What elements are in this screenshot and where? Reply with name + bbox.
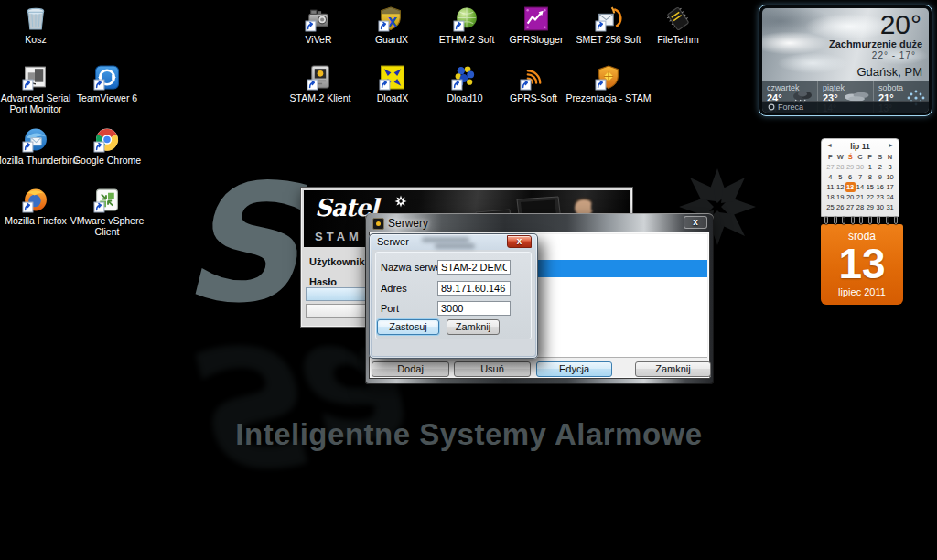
calendar-spiral-binding <box>822 216 900 225</box>
desktop-icon-label: VMware vSphere Client <box>63 215 151 237</box>
calendar-day-cell: 7 <box>856 172 866 182</box>
kosz-icon <box>22 5 49 32</box>
calendar-gadget-top[interactable]: ◄ lip 11 ► PWŚCPSN2728293012345678910111… <box>821 138 899 217</box>
calendar-day-cell: 2 <box>875 162 885 172</box>
weather-panel: 20° Zachmurzenie duże 22° - 17° Gdańsk, … <box>762 8 929 113</box>
servers-close-button[interactable]: x <box>684 216 707 229</box>
gprssoft-icon <box>520 64 547 91</box>
calendar-day-cell: 27 <box>825 162 835 172</box>
calendar-grid: PWŚCPSN272829301234567891011121314151617… <box>822 151 899 213</box>
calendar-day-cell: 6 <box>845 172 856 182</box>
vmware-icon <box>93 187 121 213</box>
weather-credit: Foreca <box>762 101 929 113</box>
calendar-day-cell: 24 <box>885 192 895 202</box>
calendar-day-letter: P <box>825 152 835 162</box>
address-label: Adres <box>381 283 407 294</box>
calendar-day-cell: 19 <box>835 192 845 202</box>
glass-smudge <box>422 237 469 242</box>
calendar-day-cell: 29 <box>865 202 875 212</box>
calendar-day-cell: 16 <box>875 182 885 192</box>
satel-watermark-reflection: Sa <box>181 322 393 485</box>
server-dialog[interactable]: Serwer x Nazwa serwera Adres Port Zastos… <box>369 233 538 359</box>
svg-text:X: X <box>388 16 398 29</box>
calendar-month-label: lip 11 <box>850 142 869 151</box>
port-input[interactable] <box>437 301 511 316</box>
dloadx-icon <box>379 64 406 91</box>
foreca-logo-icon <box>768 103 775 111</box>
calendar-day-cell: 30 <box>875 202 885 212</box>
desktop-icon-label: Kosz <box>0 34 80 45</box>
calendar-day-cell: 3 <box>885 162 895 172</box>
gprslogger-icon <box>522 5 550 32</box>
calendar-day-cell: 11 <box>825 182 835 192</box>
calendar-day-letter: N <box>885 152 895 162</box>
calendar-day-cell: 18 <box>825 192 835 202</box>
calendar-day-cell: 31 <box>885 202 895 212</box>
desktop-icon-vmware[interactable]: VMware vSphere Client <box>63 187 151 237</box>
stam-product-name: STAM <box>315 230 362 243</box>
server-name-input[interactable] <box>437 260 511 275</box>
viver-icon <box>305 5 332 32</box>
add-server-button[interactable]: Dodaj <box>372 361 449 377</box>
calendar-day-cell: 10 <box>885 172 895 182</box>
ethm2-icon <box>453 5 480 32</box>
calendar-month-year: lipiec 2011 <box>821 286 903 297</box>
desktop-icon-label: FileTethm <box>634 34 722 45</box>
temp-range: 22° - 17° <box>872 50 916 60</box>
calendar-day-letter: Ś <box>845 152 856 162</box>
calendar-day-letter: W <box>835 152 845 162</box>
calendar-day-cell: 27 <box>845 202 856 212</box>
remove-server-button[interactable]: Usuń <box>454 361 531 377</box>
desktop-icon-chrome[interactable]: Google Chrome <box>63 126 151 166</box>
weather-location: Gdańsk, PM <box>856 65 922 79</box>
smet-icon <box>595 5 622 32</box>
calendar-prev-icon[interactable]: ◄ <box>826 142 833 148</box>
tagline: Inteligentne Systemy Alarmowe <box>206 417 732 452</box>
servers-window-title: Serwery <box>388 217 428 230</box>
thunderbird-icon <box>22 126 49 153</box>
calendar-day-cell: 13 <box>845 182 856 192</box>
server-dialog-title: Serwer <box>377 236 409 247</box>
port-label: Port <box>381 303 399 314</box>
close-dialog-button[interactable]: Zamknij <box>447 319 500 335</box>
calendar-next-icon[interactable]: ► <box>888 142 894 148</box>
servers-window-titlebar[interactable]: Serwery <box>372 216 428 231</box>
calendar-day-letter: S <box>875 152 885 162</box>
stam-app-icon <box>372 218 384 230</box>
desktop-icon-filetethm[interactable]: FileTethm <box>634 5 722 45</box>
calendar-nav: ◄ lip 11 ► <box>822 139 899 151</box>
firefox-icon <box>22 187 49 213</box>
chrome-icon <box>93 126 121 153</box>
weather-condition: Zachmurzenie duże <box>829 38 922 49</box>
apply-button[interactable]: Zastosuj <box>377 319 439 335</box>
desktop-icon-label: TeamViewer 6 <box>63 92 151 103</box>
desktop-icon-teamviewer[interactable]: TeamViewer 6 <box>63 64 151 103</box>
desktop-icon-kosz[interactable]: Kosz <box>0 5 80 45</box>
address-input[interactable] <box>437 281 511 296</box>
calendar-day-cell: 17 <box>885 182 895 192</box>
calendar-day-cell: 15 <box>865 182 875 192</box>
user-label: Użytkownik <box>309 256 365 267</box>
calendar-day-cell: 12 <box>835 182 845 192</box>
desktop: Sa Sa Inteligentne Systemy Alarmowe Kosz… <box>0 0 937 560</box>
calendar-day-number: 13 <box>821 242 903 285</box>
dialog-close-button[interactable]: x <box>507 235 532 248</box>
password-label: Hasło <box>309 276 337 287</box>
calendar-gadget-page[interactable]: środa 13 lipiec 2011 <box>821 224 903 305</box>
edit-server-button[interactable]: Edycja <box>536 361 612 377</box>
calendar-day-cell: 23 <box>875 192 885 202</box>
calendar-day-cell: 28 <box>856 202 866 212</box>
calendar-day-cell: 4 <box>825 172 835 182</box>
weather-gadget[interactable]: 20° Zachmurzenie duże 22° - 17° Gdańsk, … <box>759 5 932 116</box>
close-servers-button[interactable]: Zamknij <box>635 361 711 377</box>
calendar-day-cell: 26 <box>835 202 845 212</box>
desktop-icon-prezentacja[interactable]: Prezentacja - STAM <box>565 64 652 103</box>
glass-smudge <box>435 243 475 249</box>
desktop-icon-label: Prezentacja - STAM <box>565 92 652 103</box>
filetethm-icon <box>664 5 692 32</box>
calendar-day-cell: 22 <box>865 192 875 202</box>
calendar-day-cell: 28 <box>835 162 845 172</box>
stam2klient-icon <box>307 64 334 91</box>
calendar-day-cell: 9 <box>875 172 885 182</box>
satel-logo-star-icon <box>394 195 407 208</box>
